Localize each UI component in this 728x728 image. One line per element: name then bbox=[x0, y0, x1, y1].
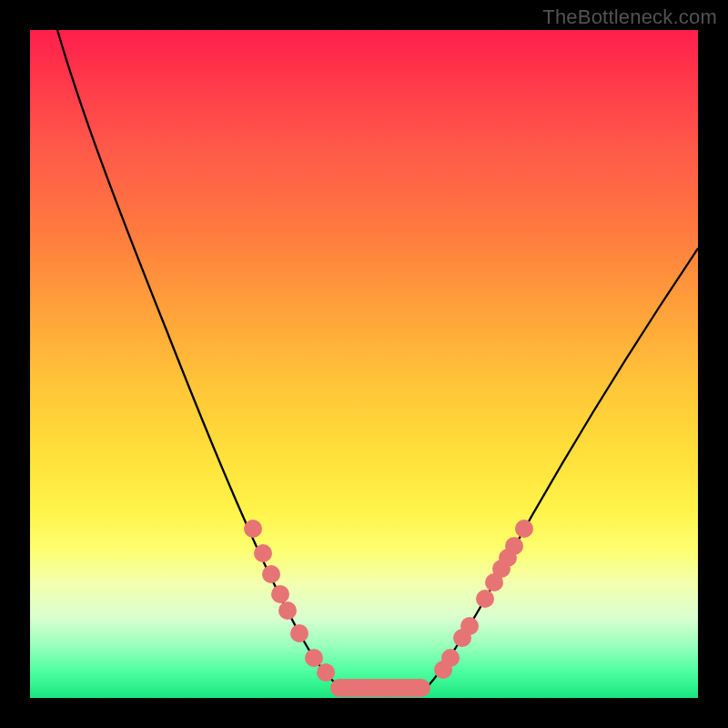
marker-dot bbox=[254, 544, 272, 562]
marker-dot bbox=[476, 590, 494, 608]
marker-dot bbox=[278, 602, 297, 620]
marker-dot bbox=[505, 537, 523, 555]
marker-dot bbox=[515, 520, 533, 538]
marker-dot bbox=[271, 585, 289, 603]
curve-svg bbox=[30, 30, 698, 698]
marker-dot bbox=[317, 663, 335, 682]
marker-dot bbox=[290, 624, 308, 642]
plot-area bbox=[30, 30, 698, 698]
curve-left-branch bbox=[57, 30, 349, 693]
marker-dot bbox=[262, 565, 280, 583]
flat-minimum-band bbox=[330, 679, 430, 697]
marker-dot bbox=[460, 617, 479, 635]
marker-dot bbox=[244, 520, 262, 538]
marker-dot bbox=[441, 649, 460, 667]
marker-dot bbox=[305, 649, 323, 667]
chart-frame: TheBottleneck.com bbox=[0, 0, 728, 728]
watermark-text: TheBottleneck.com bbox=[542, 5, 717, 29]
